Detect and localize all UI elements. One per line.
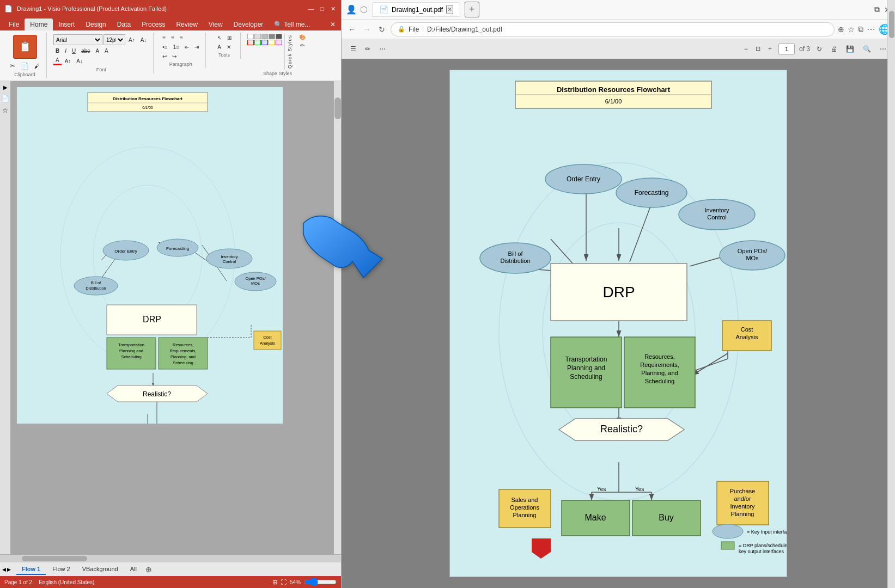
- user-icon[interactable]: 👤: [346, 4, 357, 15]
- page-icon[interactable]: 📄: [1, 95, 9, 102]
- tab-data[interactable]: Data: [112, 19, 136, 30]
- pdf-tab-close-button[interactable]: ✕: [446, 5, 453, 14]
- tab-scroll-left[interactable]: ◀: [2, 567, 6, 572]
- rtl-button[interactable]: ↩: [160, 53, 169, 60]
- expand-icon[interactable]: ▶: [3, 84, 8, 90]
- star-icon[interactable]: ☆: [2, 107, 8, 114]
- pdf-more-button[interactable]: ⋯: [377, 44, 388, 54]
- svg-text:= Key Input interfaces: = Key Input interfaces: [747, 529, 787, 535]
- split-view-button[interactable]: ⧉: [858, 24, 863, 34]
- svg-text:Yes: Yes: [597, 486, 606, 492]
- quick-styles-panel[interactable]: Quick Styles: [284, 34, 295, 70]
- svg-point-143: [713, 524, 743, 538]
- tab-view[interactable]: View: [203, 19, 228, 30]
- bold-button[interactable]: B: [53, 47, 62, 54]
- ltr-button[interactable]: ↪: [170, 53, 179, 60]
- page-total-label: of 3: [799, 45, 810, 53]
- sidebar-toggle-button[interactable]: ☰: [348, 44, 358, 54]
- increase-indent-button[interactable]: ⇥: [192, 44, 201, 51]
- tab-all[interactable]: All: [125, 564, 142, 575]
- numbering-button[interactable]: 1≡: [171, 44, 181, 51]
- align-right-button[interactable]: ≡: [178, 34, 185, 41]
- horizontal-scrollbar[interactable]: [0, 554, 341, 562]
- format-painter-button[interactable]: 🖌: [32, 63, 42, 70]
- font-size-selector[interactable]: 12pt.: [103, 34, 125, 45]
- visio-canvas[interactable]: Distribution Resources Flowchart 6/1/00: [11, 81, 333, 554]
- connector-tool-button[interactable]: ⊞: [225, 34, 234, 41]
- paste-button[interactable]: 📋: [13, 35, 37, 59]
- save-pdf-button[interactable]: 💾: [844, 44, 856, 54]
- shrink-font-button[interactable]: A↓: [138, 36, 149, 44]
- line-color-button[interactable]: ✏: [297, 42, 308, 49]
- zoom-slider[interactable]: [304, 578, 337, 586]
- svg-text:Scheduling: Scheduling: [570, 373, 602, 381]
- zoom-in-button[interactable]: +: [766, 44, 774, 54]
- more-options-button[interactable]: ⋯: [867, 24, 875, 34]
- maximize-button[interactable]: □: [318, 5, 326, 13]
- decrease-indent-button[interactable]: ⇤: [182, 44, 191, 51]
- tab-home[interactable]: Home: [25, 19, 53, 30]
- tab-file[interactable]: File: [3, 19, 25, 30]
- font-color-button[interactable]: A: [53, 57, 62, 65]
- pointer-tool-button[interactable]: ↖: [215, 34, 224, 41]
- fill-color-button[interactable]: 🎨: [297, 34, 308, 41]
- close-button[interactable]: ✕: [329, 5, 337, 13]
- pdf-scrollbar[interactable]: [887, 59, 895, 588]
- tab-scroll-right[interactable]: ▶: [7, 567, 11, 572]
- zoom-fit-button[interactable]: ⊡: [754, 44, 762, 53]
- zoom-out-button[interactable]: −: [742, 44, 750, 54]
- visio-diagram-page: Distribution Resources Flowchart 6/1/00: [16, 87, 283, 424]
- bullets-button[interactable]: •≡: [160, 44, 169, 51]
- pdf-address-bar[interactable]: 🔒 File | D:/Files/Drawing1_out.pdf: [391, 22, 835, 36]
- normal-view-button[interactable]: ⊞: [272, 579, 277, 586]
- copy-button[interactable]: 📄: [19, 62, 31, 70]
- pdf-content[interactable]: Distribution Resources Flowchart 6/1/00: [342, 59, 895, 588]
- svg-text:Scheduling: Scheduling: [121, 354, 141, 359]
- forward-button[interactable]: →: [361, 24, 373, 35]
- tab-tellme[interactable]: 🔍 Tell me...: [269, 19, 315, 30]
- favorites-button[interactable]: ☆: [848, 25, 855, 34]
- pdf-tab[interactable]: 📄 Drawing1_out.pdf ✕: [372, 2, 460, 17]
- underline-button[interactable]: U: [70, 47, 78, 54]
- extension-icon[interactable]: ⬡: [360, 4, 368, 15]
- tab-insert[interactable]: Insert: [53, 19, 80, 30]
- tab-process[interactable]: Process: [136, 19, 171, 30]
- fullscreen-button[interactable]: ⛶: [281, 579, 287, 585]
- text-tool-button[interactable]: A: [215, 44, 223, 51]
- zoom-toolbar-button[interactable]: ⊕: [838, 25, 844, 34]
- grow-font-button[interactable]: A↑: [126, 36, 137, 44]
- add-tab-button[interactable]: ⊕: [143, 565, 154, 574]
- tab-review[interactable]: Review: [171, 19, 203, 30]
- align-left-button[interactable]: ≡: [160, 34, 168, 41]
- svg-text:Planning, and: Planning, and: [171, 354, 196, 359]
- font-shrink-button[interactable]: A↓: [74, 58, 85, 65]
- back-button[interactable]: ←: [346, 24, 358, 35]
- tab-design[interactable]: Design: [80, 19, 111, 30]
- pdf-options-button[interactable]: ⋯: [878, 44, 888, 54]
- strikethrough-button[interactable]: abc: [79, 47, 92, 54]
- italic-button[interactable]: I: [63, 47, 69, 54]
- svg-text:Analysis: Analysis: [736, 334, 758, 340]
- tab-flow1[interactable]: Flow 1: [16, 564, 46, 575]
- tab-flow2[interactable]: Flow 2: [47, 564, 75, 575]
- new-tab-button[interactable]: +: [465, 2, 479, 17]
- minimize-button[interactable]: —: [307, 5, 315, 13]
- visio-scrollbar[interactable]: [333, 81, 341, 554]
- restore-button[interactable]: ⧉: [874, 5, 880, 14]
- ribbon-close-btn[interactable]: ✕: [325, 19, 341, 30]
- font-family-selector[interactable]: Arial: [53, 34, 102, 45]
- print-button[interactable]: 🖨: [829, 44, 839, 54]
- tab-developer[interactable]: Developer: [228, 19, 269, 30]
- search-pdf-button[interactable]: 🔍: [861, 44, 873, 54]
- tab-vbackground[interactable]: VBackground: [77, 564, 124, 575]
- rotate-button[interactable]: ↻: [814, 44, 824, 54]
- page-number-input[interactable]: [778, 43, 795, 55]
- superscript-button[interactable]: A: [102, 47, 111, 54]
- delete-tool-button[interactable]: ✕: [224, 44, 233, 51]
- subscript-button[interactable]: A: [93, 47, 101, 54]
- font-grow-button[interactable]: A↑: [63, 58, 74, 65]
- cut-button[interactable]: ✂: [8, 62, 17, 70]
- draw-button[interactable]: ✏: [363, 44, 373, 54]
- refresh-button[interactable]: ↻: [376, 24, 387, 35]
- align-center-button[interactable]: ≡: [169, 34, 176, 41]
